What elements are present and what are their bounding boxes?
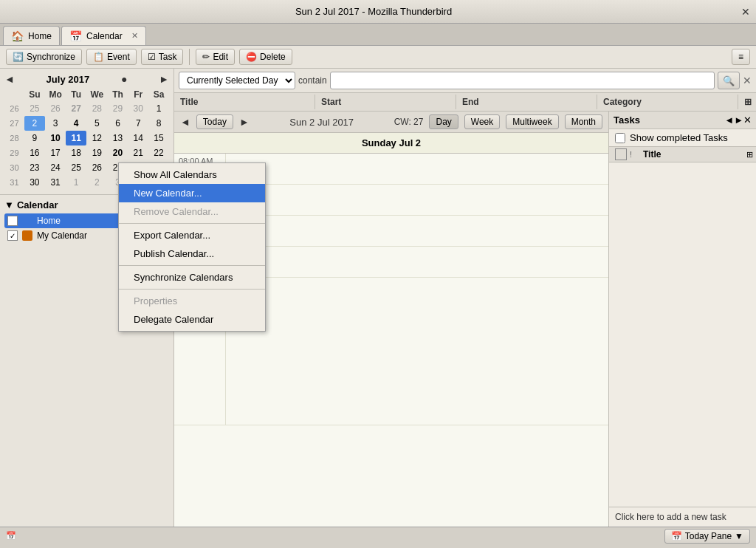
col-title[interactable]: Title xyxy=(174,95,315,109)
home-calendar-checkbox[interactable]: ✓ xyxy=(7,216,18,226)
delete-button[interactable]: ⛔ Delete xyxy=(239,49,292,65)
cal-day[interactable]: 2 xyxy=(86,175,108,190)
tasks-close-button[interactable]: ✕ xyxy=(743,114,752,126)
week-num: 28 xyxy=(4,131,24,145)
cal-day[interactable]: 9 xyxy=(24,131,45,145)
time-content-0900[interactable] xyxy=(226,185,608,215)
ctx-show-all[interactable]: Show All Calendars xyxy=(119,165,265,184)
cal-day[interactable]: 21 xyxy=(128,145,148,160)
time-content-1000[interactable] xyxy=(226,216,608,246)
cal-day[interactable]: 26 xyxy=(45,101,66,116)
cal-day[interactable]: 2 xyxy=(24,116,45,131)
tasks-expand-icon[interactable]: ⊞ xyxy=(746,150,753,160)
time-content-1100[interactable] xyxy=(226,247,608,277)
cal-prev-button[interactable]: ◄ xyxy=(180,116,190,128)
cal-day[interactable]: 26 xyxy=(86,160,108,175)
cal-day[interactable]: 15 xyxy=(148,131,169,145)
cal-day[interactable]: 31 xyxy=(45,175,66,190)
ctx-sync-calendars[interactable]: Synchronize Calendars xyxy=(119,268,265,287)
tasks-header: Tasks ◄ ► ✕ xyxy=(609,112,756,129)
ctx-delegate-calendar[interactable]: Delegate Calendar xyxy=(119,310,265,329)
tasks-next-button[interactable]: ► xyxy=(734,114,743,126)
cal-day[interactable]: 22 xyxy=(148,145,169,160)
cal-day[interactable]: 1 xyxy=(66,175,86,190)
cal-day[interactable]: 5 xyxy=(86,116,108,131)
tab-calendar[interactable]: 📅 Calendar ✕ xyxy=(61,26,146,45)
ctx-new-calendar[interactable]: New Calendar... xyxy=(119,184,265,202)
cal-day[interactable]: 17 xyxy=(45,145,66,160)
cal-day[interactable]: 8 xyxy=(148,116,169,131)
cal-day[interactable]: 3 xyxy=(45,116,66,131)
col-end[interactable]: End xyxy=(456,95,597,109)
mini-calendar-next[interactable]: ► xyxy=(159,73,169,85)
cal-today-button[interactable]: Today xyxy=(196,114,233,129)
today-pane-label: Today Pane xyxy=(685,531,732,541)
cal-day[interactable]: 29 xyxy=(108,101,128,116)
edit-button[interactable]: ✏ Edit xyxy=(196,49,235,65)
my-calendar-checkbox[interactable]: ✓ xyxy=(7,230,18,241)
cal-next-button[interactable]: ► xyxy=(239,116,250,128)
cal-day[interactable]: 19 xyxy=(86,145,108,160)
mini-calendar-prev[interactable]: ◄ xyxy=(4,73,15,85)
cal-day[interactable]: 14 xyxy=(128,131,148,145)
day-su: Su xyxy=(24,88,45,101)
cal-day[interactable]: 6 xyxy=(108,116,128,131)
view-week-button[interactable]: Week xyxy=(464,114,500,129)
today-pane-button[interactable]: 📅 Today Pane ▼ xyxy=(664,529,750,544)
cal-day[interactable]: 10 xyxy=(45,131,66,145)
my-calendar-label: My Calendar xyxy=(37,230,87,241)
cal-day[interactable]: 30 xyxy=(24,175,45,190)
cal-day[interactable]: 1 xyxy=(148,101,169,116)
event-button[interactable]: 📋 Event xyxy=(86,49,137,65)
cal-day[interactable]: 16 xyxy=(24,145,45,160)
mini-calendar-next-circle[interactable]: ● xyxy=(121,73,127,85)
view-day-button[interactable]: Day xyxy=(429,114,458,129)
delete-label: Delete xyxy=(260,52,286,62)
cal-day[interactable]: 4 xyxy=(66,116,86,131)
ctx-separator-2 xyxy=(119,265,265,266)
window-close-button[interactable]: ✕ xyxy=(741,6,750,18)
tasks-title-col: Title xyxy=(643,149,746,160)
toolbar-separator-1 xyxy=(189,49,190,65)
cal-day[interactable]: 7 xyxy=(128,116,148,131)
ctx-publish-calendar[interactable]: Publish Calendar... xyxy=(119,244,265,263)
search-button[interactable]: 🔍 xyxy=(718,72,740,89)
synchronize-button[interactable]: 🔄 Synchronize xyxy=(6,49,82,65)
tab-home[interactable]: 🏠 Home xyxy=(3,26,60,45)
tasks-prev-button[interactable]: ◄ xyxy=(724,114,734,126)
context-menu: Show All Calendars New Calendar... Remov… xyxy=(118,162,266,332)
search-close-button[interactable]: ✕ xyxy=(743,75,752,86)
col-start[interactable]: Start xyxy=(315,95,456,109)
filter-select[interactable]: Currently Selected Day All Today xyxy=(179,72,295,89)
ctx-export-calendar[interactable]: Export Calendar... xyxy=(119,226,265,244)
cal-day[interactable]: 30 xyxy=(128,101,148,116)
cal-current-date: Sun 2 Jul 2017 xyxy=(255,117,388,128)
menu-button[interactable]: ≡ xyxy=(732,49,750,65)
cal-day[interactable]: 28 xyxy=(86,101,108,116)
view-multiweek-button[interactable]: Multiweek xyxy=(506,114,558,129)
show-completed-checkbox[interactable] xyxy=(615,133,625,143)
cal-day[interactable]: 24 xyxy=(45,160,66,175)
time-content-extra[interactable] xyxy=(226,278,608,425)
main-layout: ◄ July 2017 ● ► Su Mo Tu We Th Fr Sa xyxy=(0,69,756,527)
cal-day[interactable]: 13 xyxy=(108,131,128,145)
col-options[interactable]: ⊞ xyxy=(738,95,756,109)
view-month-button[interactable]: Month xyxy=(565,114,602,129)
window-title: Sun 2 Jul 2017 - Mozilla Thunderbird xyxy=(6,6,741,17)
task-button[interactable]: ☑ Task xyxy=(141,49,184,65)
add-task-button[interactable]: Click here to add a new task xyxy=(609,507,756,527)
cal-day[interactable]: 25 xyxy=(66,160,86,175)
cal-day[interactable]: 25 xyxy=(24,101,45,116)
cal-day[interactable]: 27 xyxy=(66,101,86,116)
search-input[interactable] xyxy=(330,72,715,89)
tab-home-label: Home xyxy=(28,31,52,41)
cal-day[interactable]: 18 xyxy=(66,145,86,160)
cal-day[interactable]: 23 xyxy=(24,160,45,175)
cal-day[interactable]: 11 xyxy=(66,131,86,145)
time-content-0800[interactable] xyxy=(226,154,608,184)
cal-day[interactable]: 20 xyxy=(108,145,128,160)
cal-day[interactable]: 12 xyxy=(86,131,108,145)
col-category[interactable]: Category xyxy=(597,95,738,109)
day-sa: Sa xyxy=(148,88,169,101)
tab-calendar-close[interactable]: ✕ xyxy=(131,31,138,41)
